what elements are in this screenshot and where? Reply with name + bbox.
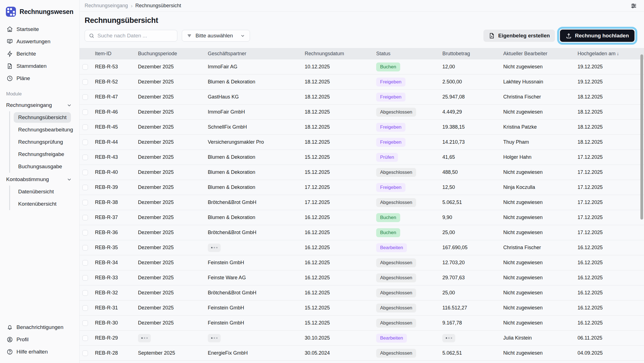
table-row[interactable]: REB-R-40 Dezember 2025 Blumen & Dekorati… (80, 165, 644, 180)
sidebar-group-kontoabstimmung[interactable]: Kontoabstimmung (0, 173, 79, 186)
vertical-scrollbar-thumb[interactable] (640, 54, 643, 220)
sidebar-item-berichte[interactable]: Berichte (0, 48, 79, 60)
table-row[interactable]: REB-R-44 Dezember 2025 Versicherungsmakl… (80, 135, 644, 150)
table-row[interactable]: REB-R-53 Dezember 2025 ImmoFair AG 10.12… (80, 59, 644, 74)
search-input[interactable] (97, 33, 173, 39)
status-badge: Abgeschlossen (376, 273, 416, 282)
cell-item-id: REB-R-36 (95, 230, 138, 235)
row-checkbox[interactable] (82, 305, 88, 311)
cell-geschaeftspartner (208, 244, 305, 252)
view-settings-button[interactable] (630, 2, 637, 9)
upload-invoice-button[interactable]: Rechnung hochladen (560, 30, 635, 42)
subnav-rechnungseingang: Rechnungsübersicht Rechnungsbearbeitung … (9, 111, 79, 173)
cell-aktueller-bearbeiter: Nicht zugewiesen (503, 215, 578, 220)
row-checkbox[interactable] (82, 124, 88, 130)
table-row[interactable]: REB-R-47 Dezember 2025 GastHaus KG 18.12… (80, 90, 644, 105)
table-row[interactable]: REB-R-35 Dezember 2025 16.12.2025 Bearbe… (80, 240, 644, 255)
row-checkbox[interactable] (82, 140, 88, 145)
column-header-rechnungsdatum[interactable]: Rechnungsdatum (305, 51, 376, 57)
row-checkbox[interactable] (82, 185, 88, 190)
row-checkbox[interactable] (82, 275, 88, 281)
subnav-kontoabstimmung: Datenübersicht Kontenübersicht (9, 186, 79, 210)
cell-buchungsperiode: Dezember 2025 (138, 169, 208, 175)
cell-buchungsperiode: Dezember 2025 (138, 215, 208, 220)
sidebar-item-startseite[interactable]: Startseite (0, 23, 79, 35)
column-header-geschaeftspartner[interactable]: Geschäftspartner (208, 51, 305, 57)
column-header-item-id[interactable]: Item-ID (95, 51, 138, 57)
sidebar-item-auswertungen[interactable]: Auswertungen (0, 35, 79, 48)
sidebar-group-rechnungseingang[interactable]: Rechnungseingang (0, 99, 79, 111)
row-checkbox[interactable] (82, 94, 88, 100)
table-header-row: Item-ID Buchungsperiode Geschäftspartner… (80, 48, 644, 59)
row-checkbox[interactable] (82, 215, 88, 220)
filter-select[interactable]: Bitte auswählen (182, 30, 250, 42)
cell-bruttobetrag: 488,50 (442, 169, 503, 175)
table-row[interactable]: REB-R-34 Dezember 2025 Feinstein GmbH 16… (80, 255, 644, 270)
row-checkbox[interactable] (82, 64, 88, 70)
table-row[interactable]: REB-R-36 Dezember 2025 Brötchen&Brot Gmb… (80, 225, 644, 240)
column-header-bruttobetrag[interactable]: Bruttobetrag (442, 51, 503, 57)
column-header-hochgeladen-am[interactable]: Hochgeladen am ↓ (578, 51, 644, 57)
status-badge: Abgeschlossen (376, 289, 416, 297)
row-checkbox[interactable] (82, 79, 88, 85)
table-row[interactable]: REB-R-30 Dezember 2025 Feinstein GmbH 15… (80, 316, 644, 331)
sidebar-item-profil[interactable]: Profil (0, 333, 79, 346)
row-checkbox[interactable] (82, 230, 88, 235)
row-checkbox[interactable] (82, 335, 88, 341)
status-badge: Bearbeiten (376, 334, 407, 343)
row-checkbox[interactable] (82, 320, 88, 326)
cell-hochgeladen-am: 06.11.2025 (578, 335, 644, 341)
column-header-aktueller-bearbeiter[interactable]: Aktueller Bearbeiter (503, 51, 578, 57)
row-checkbox[interactable] (82, 260, 88, 266)
row-checkbox[interactable] (82, 170, 88, 175)
column-header-status[interactable]: Status (376, 51, 442, 57)
create-own-receipt-button[interactable]: Eigenbeleg erstellen (483, 30, 555, 42)
cell-rechnungsdatum: 17.12.2025 (305, 199, 376, 205)
row-checkbox[interactable] (82, 155, 88, 160)
sidebar-item-kontenuebersicht[interactable]: Kontenübersicht (14, 198, 61, 210)
table-row[interactable]: REB-R-46 Dezember 2025 ImmoFair GmbH 18.… (80, 105, 644, 120)
chevron-down-icon (66, 102, 72, 108)
cell-buchungsperiode: Dezember 2025 (138, 184, 208, 190)
cell-item-id: REB-R-45 (95, 124, 138, 130)
row-checkbox[interactable] (82, 109, 88, 115)
column-header-buchungsperiode[interactable]: Buchungsperiode (138, 51, 208, 57)
sidebar-item-hilfe[interactable]: Hilfe erhalten (0, 346, 79, 358)
cell-geschaeftspartner: GastHaus KG (208, 94, 305, 100)
row-checkbox[interactable] (82, 350, 88, 356)
sidebar-item-buchungsausgabe[interactable]: Buchungsausgabe (14, 160, 66, 173)
row-checkbox[interactable] (82, 245, 88, 251)
table-row[interactable]: REB-R-33 Dezember 2025 Feinste Ware AG 1… (80, 270, 644, 285)
redacted-placeholder (208, 334, 221, 342)
breadcrumb-parent[interactable]: Rechnungseingang (85, 3, 128, 9)
cell-status: Bearbeiten (376, 243, 442, 252)
cell-bruttobetrag: 14.210,73 (442, 139, 503, 145)
cell-aktueller-bearbeiter: Nicht zugewiesen (503, 350, 578, 356)
table-row[interactable]: REB-R-31 Dezember 2025 Feinstein GmbH 15… (80, 301, 644, 316)
table-row[interactable]: REB-R-52 Dezember 2025 Blumen & Dekorati… (80, 74, 644, 90)
table-row[interactable]: REB-R-43 Dezember 2025 Blumen & Dekorati… (80, 150, 644, 165)
sidebar-item-rechnungsbearbeitung[interactable]: Rechnungsbearbeitung (14, 124, 78, 136)
table-row[interactable]: REB-R-45 Dezember 2025 SchnellFix GmbH 1… (80, 120, 644, 135)
cell-geschaeftspartner: Feinste Ware AG (208, 275, 305, 281)
sidebar-item-datenuebersicht[interactable]: Datenübersicht (14, 186, 58, 198)
sidebar-item-label: Hilfe erhalten (16, 349, 48, 355)
sidebar-item-rechnungspruefung[interactable]: Rechnungsprüfung (14, 136, 68, 148)
cell-rechnungsdatum: 30.05.2024 (305, 350, 376, 356)
sidebar-item-rechnungsuebersicht[interactable]: Rechnungsübersicht (14, 112, 71, 123)
cell-hochgeladen-am: 18.12.2025 (578, 139, 644, 145)
table-row[interactable]: REB-R-37 Dezember 2025 Blumen & Dekorati… (80, 210, 644, 225)
sidebar-item-stammdaten[interactable]: Stammdaten (0, 60, 79, 72)
sidebar-item-rechnungsfreigabe[interactable]: Rechnungsfreigabe (14, 148, 69, 160)
table-row[interactable]: REB-R-29 30.10.2025 Bearbeiten Julia Kir… (80, 331, 644, 346)
sidebar-item-benachrichtigungen[interactable]: Benachrichtigungen (0, 321, 79, 333)
sidebar-item-plaene[interactable]: Pläne (0, 72, 79, 85)
row-checkbox[interactable] (82, 200, 88, 205)
table-row[interactable]: REB-R-38 Dezember 2025 Brötchen&Brot Gmb… (80, 195, 644, 210)
table-row[interactable]: REB-R-28 September 2025 EnergieFix GmbH … (80, 346, 644, 361)
cell-rechnungsdatum: 16.12.2025 (305, 230, 376, 235)
table-row[interactable]: REB-R-39 Dezember 2025 Blumen & Dekorati… (80, 180, 644, 195)
table-row[interactable]: REB-R-32 Dezember 2025 Brötchen&Brot Gmb… (80, 285, 644, 301)
row-checkbox[interactable] (82, 290, 88, 296)
chevron-down-icon (66, 177, 72, 182)
